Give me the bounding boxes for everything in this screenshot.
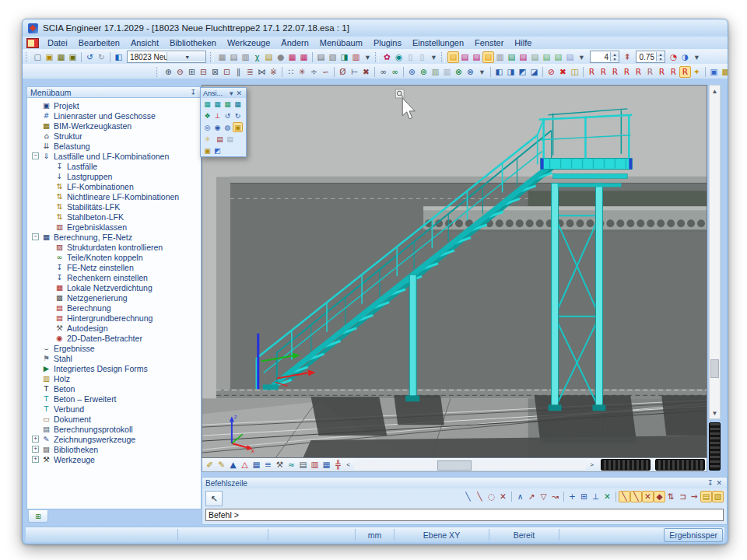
scroll-down-icon[interactable]: ▼ [710, 408, 720, 418]
view-x-icon[interactable]: ▦ [212, 99, 223, 109]
menu-item-datei[interactable]: Datei [42, 37, 73, 48]
camera-saved-icon[interactable]: ▤ [215, 134, 225, 144]
tree-item-autodesign[interactable]: ⚒Autodesign [27, 323, 201, 333]
rendered-model-icon[interactable]: ✎ [216, 459, 227, 471]
tree-item-result-classes[interactable]: ▥Ergebnisklassen [27, 222, 201, 232]
view-z-icon[interactable]: ▦ [233, 99, 243, 109]
camera-new-icon[interactable]: ▤ [225, 134, 235, 144]
3d-viewport[interactable]: x z [202, 85, 707, 458]
close-icon[interactable]: ✕ [234, 89, 244, 97]
document-view-icon[interactable]: ▥ [350, 51, 362, 63]
snap-circle-icon[interactable]: ◌ [486, 491, 497, 502]
visibility-1-icon[interactable]: ▤ [541, 51, 552, 63]
rotate-icon[interactable]: ⊗ [465, 66, 476, 78]
rib-rotate-icon[interactable]: R [656, 66, 668, 78]
member-1d-icon[interactable]: ▦ [286, 51, 298, 63]
attach-icon[interactable]: ⊢ [349, 66, 360, 78]
tree-item-solver-setup[interactable]: ↧Rechenkern einstellen [27, 272, 201, 282]
tree-item-calculation-fe-mesh[interactable]: −▦Berechnung, FE-Netz [27, 232, 201, 242]
printer-icon[interactable]: ▤ [228, 51, 240, 63]
zoom-in-icon[interactable]: ◉ [212, 122, 223, 132]
refresh-icon[interactable]: ◨ [338, 51, 350, 63]
snap-division-icon[interactable]: ⇅ [665, 491, 677, 502]
view-palette-header[interactable]: Ansi... ▾ ✕ [201, 88, 246, 98]
expander-plus-icon[interactable]: + [32, 456, 39, 463]
tree-item-stability-lfk[interactable]: ⇅Stabilitäts-LFK [27, 201, 201, 212]
clipping-box-icon[interactable]: ▣ [202, 145, 212, 156]
tree-item-load-cases-and-combinations[interactable]: −⇓Lastfälle und LF-Kombinationen [27, 151, 201, 161]
activity-selection-icon[interactable]: ▤ [506, 51, 517, 63]
paste-properties-icon[interactable]: ▥ [430, 66, 441, 78]
split-icon[interactable]: ÷ [308, 66, 320, 78]
snap-edge-icon[interactable]: ⊐ [677, 491, 689, 502]
snap-arc-icon[interactable]: ⇝ [689, 491, 700, 502]
menu-item-ansicht[interactable]: Ansicht [125, 37, 164, 48]
tree-item-integrated-design-forms[interactable]: ▶Integriertes Design Forms [27, 363, 201, 373]
horizontal-scrollbar[interactable] [354, 460, 586, 470]
menu-tree-tab[interactable]: ⊞ [28, 510, 48, 523]
scrollbar-thumb[interactable] [710, 359, 719, 378]
divide-icon[interactable]: ∷ [285, 66, 296, 78]
vertical-scrollbar[interactable]: ▲ ▼ [709, 85, 721, 419]
clipboard-icon[interactable]: ▤ [263, 51, 275, 63]
rotate-right-icon[interactable]: ↻ [233, 110, 243, 121]
tree-item-load[interactable]: ⇊Belastung [27, 141, 201, 151]
wired-model-icon[interactable]: ✐ [204, 459, 216, 471]
menu-item-andern[interactable]: Ändern [275, 37, 314, 48]
show-dimensions-icon[interactable]: ▥ [309, 459, 321, 471]
snap-intersection-icon[interactable]: ✕ [497, 491, 509, 502]
tree-item-steel[interactable]: ⚑Stahl [27, 353, 201, 363]
snap-cross-icon[interactable]: ✕ [642, 491, 654, 502]
engineering-report-icon[interactable]: ▧ [327, 51, 338, 63]
menu-item-bibliotheken[interactable]: Bibliotheken [164, 37, 222, 48]
window-2-icon[interactable]: ◨ [505, 66, 517, 78]
tree-item-calculation[interactable]: ▤Berechnung [27, 303, 201, 313]
tree-item-concrete-advanced[interactable]: TBeton – Erweitert [27, 394, 201, 404]
snap-direction-icon[interactable]: ↗ [526, 491, 538, 502]
select-nodes-icon[interactable]: ⊞ [186, 66, 198, 78]
show-grid-icon[interactable]: ▦ [321, 459, 332, 471]
menu-item-plugins[interactable]: Plugins [368, 37, 407, 48]
rib-move-icon[interactable]: R [633, 66, 644, 78]
scroll-up-icon[interactable]: ▲ [710, 86, 720, 96]
measure-icon[interactable]: Ø [337, 66, 349, 78]
toolbar-grip[interactable] [26, 52, 30, 62]
window-1-icon[interactable]: ◧ [493, 66, 505, 78]
select-members-icon[interactable]: ⊟ [198, 66, 209, 78]
activity-workplane-icon[interactable]: ▤ [517, 51, 529, 63]
window-4-icon[interactable]: ◪ [528, 66, 540, 78]
zoom-stepper[interactable]: 4 ▲▼ [590, 51, 619, 63]
activity-clipping-icon[interactable]: ▤ [529, 51, 541, 63]
visibility-3-icon[interactable]: ▤ [564, 51, 576, 63]
activity-off-icon[interactable]: ▤ [471, 51, 482, 63]
tree-item-timber[interactable]: ▥Holz [27, 373, 201, 383]
zoom-selection-icon[interactable]: ◉ [393, 51, 405, 63]
menu-item-werkzeuge[interactable]: Werkzeuge [222, 37, 275, 48]
calculator-icon[interactable]: ▦ [216, 51, 228, 63]
tree-item-reinforced-concrete-lfk[interactable]: ⇅Stahlbeton-LFK [27, 212, 201, 222]
tree-item-line-grid-storeys[interactable]: #Linienraster und Geschosse [27, 110, 201, 121]
snap-plane-icon[interactable]: ▽ [538, 491, 549, 502]
scrollbar-thumb[interactable] [437, 460, 472, 471]
select-by-property-icon[interactable]: ⊕ [163, 66, 174, 78]
paste-icon[interactable]: ▥ [441, 66, 453, 78]
erase-icon[interactable]: ✖ [557, 66, 569, 78]
toolbar-grip[interactable] [210, 52, 214, 62]
coordinates-info-icon[interactable]: χ [251, 51, 263, 63]
expander-minus-icon[interactable]: − [32, 233, 39, 240]
toolbar-grip[interactable] [441, 52, 445, 62]
snap-midpoint-icon[interactable]: ╲ [630, 491, 642, 502]
scroll-right-icon[interactable]: > [587, 460, 596, 470]
rib-dot-icon[interactable]: R [644, 66, 656, 78]
move-icon[interactable]: ⊗ [453, 66, 465, 78]
document-window-icon[interactable] [26, 38, 39, 48]
tree-item-composite[interactable]: TVerbund [27, 404, 201, 414]
expander-minus-icon[interactable]: − [32, 152, 39, 159]
tree-item-connect-members-nodes[interactable]: ∞Teile/Knoten koppeln [27, 252, 201, 262]
more-view-tools-icon[interactable]: ▾ [428, 51, 440, 63]
print-data-icon[interactable]: ▤ [315, 51, 327, 63]
view-axo-icon[interactable]: ▦ [202, 99, 212, 109]
stepper-buttons[interactable]: ▲▼ [610, 52, 619, 61]
tree-item-libraries[interactable]: +▤Bibliotheken [27, 444, 201, 454]
more-activity-tools-icon[interactable]: ▾ [576, 51, 587, 63]
